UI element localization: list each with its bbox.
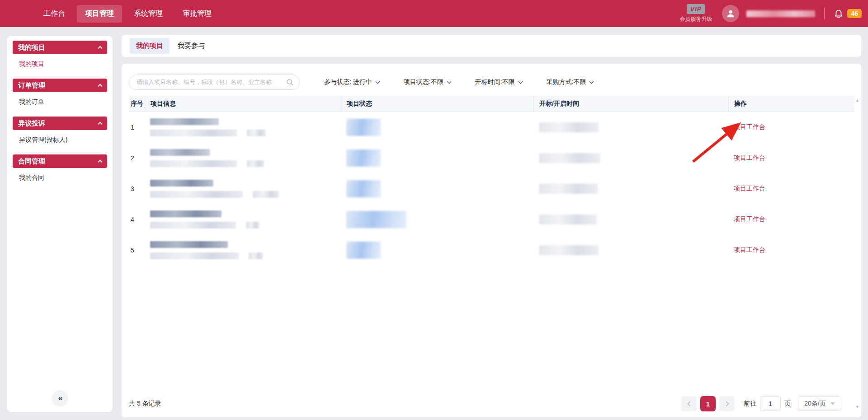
- table-header: 序号 项目信息 项目状态 开标/开启时间 操作: [129, 96, 854, 112]
- sidebar: 我的项目 我的项目 订单管理 我的订单 异议投诉 异议管理(投标人) 合同管理 …: [7, 36, 113, 412]
- column-header-index: 序号: [129, 96, 145, 112]
- redacted-text: [253, 191, 279, 198]
- project-info-redacted: [145, 143, 341, 173]
- column-header-project-info: 项目信息: [145, 96, 341, 112]
- sidebar-section-title: 订单管理: [18, 81, 45, 90]
- filter-label: 采购方式:不限: [547, 78, 586, 86]
- main-content-card: 参与状态: 进行中 项目状态:不限 开标时间:不限 采购方式:不限 序号 项目信…: [122, 64, 861, 417]
- table-row: 5 项目工作台: [129, 235, 854, 266]
- project-info-redacted: [145, 112, 341, 143]
- project-workbench-link[interactable]: 项目工作台: [734, 185, 765, 193]
- page-number-button[interactable]: 1: [700, 396, 716, 411]
- status-badge-redacted: [346, 149, 381, 167]
- row-index: 4: [129, 204, 145, 235]
- actions-cell: 项目工作台: [728, 143, 854, 173]
- nav-item-system-management[interactable]: 系统管理: [126, 5, 171, 23]
- redacted-time: [539, 122, 599, 132]
- status-badge-redacted: [346, 180, 381, 197]
- search-input[interactable]: [137, 79, 286, 85]
- project-status-cell: [341, 173, 533, 204]
- username-redacted: [746, 10, 815, 17]
- redacted-text: [246, 222, 259, 229]
- chevron-down-icon: [447, 79, 451, 84]
- tab-want-to-participate[interactable]: 我要参与: [178, 42, 205, 50]
- notification-area[interactable]: 46: [834, 8, 862, 19]
- page-size-select[interactable]: 20条/页: [798, 397, 841, 411]
- nav-item-approval-management[interactable]: 审批管理: [175, 5, 220, 23]
- tab-bar: 我的项目 我要参与: [122, 35, 861, 57]
- bell-icon: [834, 8, 844, 19]
- column-header-actions: 操作: [728, 96, 854, 112]
- column-header-open-time: 开标/开启时间: [533, 96, 728, 112]
- goto-label: 前往: [744, 400, 756, 408]
- sidebar-section-title: 我的项目: [18, 43, 45, 52]
- chevron-down-icon: [375, 79, 380, 84]
- sidebar-section-objection-complaint[interactable]: 异议投诉: [13, 117, 107, 130]
- sidebar-item-my-orders[interactable]: 我的订单: [7, 92, 113, 112]
- redacted-text: [150, 210, 222, 217]
- project-info-redacted: [145, 235, 341, 266]
- projects-table: 序号 项目信息 项目状态 开标/开启时间 操作 1 项目工作: [129, 96, 854, 266]
- redacted-time: [539, 245, 599, 255]
- row-index: 2: [129, 143, 145, 173]
- nav-item-project-management[interactable]: 项目管理: [77, 5, 122, 23]
- chevron-down-icon: [518, 79, 523, 84]
- sidebar-item-my-projects[interactable]: 我的项目: [7, 54, 113, 74]
- redacted-text: [150, 160, 237, 167]
- sidebar-section-title: 合同管理: [18, 157, 45, 166]
- next-page-button[interactable]: [719, 396, 735, 411]
- column-header-project-status: 项目状态: [341, 96, 533, 112]
- actions-cell: 项目工作台: [728, 204, 854, 235]
- row-index: 1: [129, 112, 145, 143]
- sidebar-section-title: 异议投诉: [18, 119, 45, 128]
- project-workbench-link[interactable]: 项目工作台: [734, 154, 765, 162]
- project-workbench-link[interactable]: 项目工作台: [734, 246, 765, 254]
- page-size-value: 20条/页: [804, 400, 826, 408]
- project-status-cell: [341, 143, 533, 173]
- redacted-time: [539, 184, 598, 194]
- sidebar-section-my-projects[interactable]: 我的项目: [13, 41, 107, 54]
- open-time-cell: [533, 143, 728, 173]
- redacted-text: [150, 149, 210, 156]
- project-workbench-link[interactable]: 项目工作台: [734, 123, 765, 131]
- redacted-time: [539, 215, 597, 224]
- redacted-text: [247, 160, 264, 167]
- chevron-up-icon: [98, 46, 103, 51]
- tab-my-projects[interactable]: 我的项目: [130, 38, 170, 54]
- user-avatar[interactable]: [722, 5, 739, 22]
- filter-row: 参与状态: 进行中 项目状态:不限 开标时间:不限 采购方式:不限: [122, 64, 861, 92]
- chevron-left-icon: [687, 401, 692, 406]
- open-time-cell: [533, 112, 728, 143]
- sidebar-section-contract-management[interactable]: 合同管理: [13, 154, 107, 168]
- table-row: 2 项目工作台: [129, 143, 854, 173]
- top-navigation: 工作台 项目管理 系统管理 审批管理: [35, 5, 220, 23]
- row-index: 5: [129, 235, 145, 266]
- collapse-icon: «: [58, 394, 61, 403]
- chevron-up-icon: [98, 122, 103, 126]
- sidebar-item-objection-management[interactable]: 异议管理(投标人): [7, 130, 113, 150]
- filter-participate-status[interactable]: 参与状态: 进行中: [324, 78, 379, 86]
- goto-page-input[interactable]: [760, 397, 781, 411]
- filter-procurement-method[interactable]: 采购方式:不限: [547, 78, 594, 86]
- sidebar-section-order-management[interactable]: 订单管理: [13, 79, 107, 92]
- project-workbench-link[interactable]: 项目工作台: [734, 215, 765, 224]
- chevron-up-icon: [98, 84, 103, 89]
- table-row: 4 项目工作台: [129, 204, 854, 235]
- sidebar-collapse-button[interactable]: «: [52, 390, 68, 406]
- prev-page-button[interactable]: [681, 396, 697, 411]
- filter-project-status[interactable]: 项目状态:不限: [404, 78, 451, 86]
- nav-item-workbench[interactable]: 工作台: [35, 5, 73, 23]
- vip-upgrade[interactable]: VIP 会员服务升级: [679, 4, 712, 23]
- scroll-up-icon[interactable]: ▲: [855, 98, 859, 103]
- sidebar-item-my-contracts[interactable]: 我的合同: [7, 168, 113, 188]
- chevron-up-icon: [98, 160, 103, 164]
- redacted-time: [539, 153, 600, 163]
- caret-down-icon: [830, 402, 835, 405]
- chevron-right-icon: [724, 401, 729, 406]
- search-box[interactable]: [129, 75, 300, 90]
- search-icon[interactable]: [286, 78, 294, 86]
- row-index: 3: [129, 173, 145, 204]
- filter-bid-open-time[interactable]: 开标时间:不限: [475, 78, 522, 86]
- redacted-text: [150, 191, 243, 198]
- project-status-cell: [341, 235, 533, 266]
